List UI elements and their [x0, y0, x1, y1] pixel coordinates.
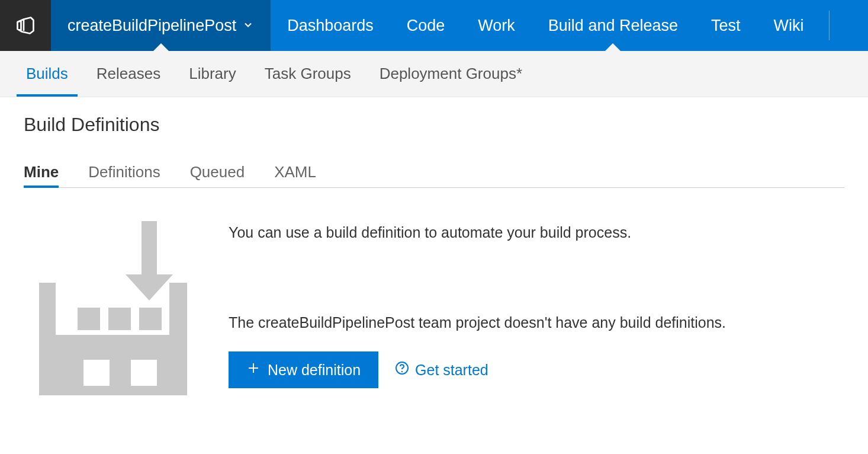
empty-state-text: You can use a build definition to automa…	[229, 218, 844, 388]
plus-icon	[246, 361, 261, 379]
sub-nav-deployment-groups-label: Deployment Groups*	[380, 65, 522, 83]
vsts-logo[interactable]	[0, 0, 51, 51]
project-name-label: createBuildPipelinePost	[67, 17, 236, 35]
help-icon	[395, 361, 409, 379]
nav-dashboards[interactable]: Dashboards	[271, 0, 390, 51]
nav-work[interactable]: Work	[461, 0, 532, 51]
vsts-logo-icon	[15, 15, 36, 36]
sub-nav-task-groups-label: Task Groups	[265, 65, 351, 83]
nav-divider	[829, 11, 830, 40]
page-title: Build Definitions	[24, 114, 844, 136]
project-selector[interactable]: createBuildPipelinePost	[51, 0, 271, 51]
tab-mine[interactable]: Mine	[24, 157, 59, 187]
get-started-link[interactable]: Get started	[395, 361, 488, 379]
nav-test-label: Test	[711, 17, 741, 35]
chevron-down-icon	[242, 17, 254, 35]
svg-point-8	[401, 371, 403, 372]
sub-nav-builds-label: Builds	[26, 65, 68, 83]
tab-definitions[interactable]: Definitions	[88, 157, 160, 187]
svg-rect-6	[131, 360, 157, 386]
sub-nav-library-label: Library	[189, 65, 236, 83]
page-content: Build Definitions Mine Definitions Queue…	[0, 97, 868, 414]
top-navigation: createBuildPipelinePost Dashboards Code …	[0, 0, 868, 51]
svg-marker-1	[126, 274, 173, 300]
svg-rect-0	[142, 221, 157, 280]
empty-state: You can use a build definition to automa…	[24, 218, 844, 398]
sub-nav-releases[interactable]: Releases	[82, 51, 175, 97]
nav-code[interactable]: Code	[390, 0, 462, 51]
nav-work-label: Work	[478, 17, 515, 35]
button-row: New definition Get started	[229, 351, 844, 388]
sub-nav-library[interactable]: Library	[175, 51, 250, 97]
tab-xaml[interactable]: XAML	[274, 157, 316, 187]
build-illustration-icon	[39, 218, 187, 398]
svg-rect-4	[139, 308, 162, 330]
tab-queued[interactable]: Queued	[190, 157, 245, 187]
get-started-label: Get started	[415, 362, 488, 379]
nav-wiki-label: Wiki	[774, 17, 804, 35]
tab-definitions-label: Definitions	[88, 163, 160, 181]
nav-code-label: Code	[407, 17, 445, 35]
sub-nav-deployment-groups[interactable]: Deployment Groups*	[365, 51, 536, 97]
sub-navigation: Builds Releases Library Task Groups Depl…	[0, 51, 868, 97]
tab-mine-label: Mine	[24, 163, 59, 181]
sub-nav-builds[interactable]: Builds	[12, 51, 82, 97]
new-definition-button[interactable]: New definition	[229, 351, 378, 388]
tab-queued-label: Queued	[190, 163, 245, 181]
nav-test[interactable]: Test	[695, 0, 757, 51]
sub-nav-task-groups[interactable]: Task Groups	[250, 51, 365, 97]
nav-wiki[interactable]: Wiki	[757, 0, 821, 51]
nav-build-release-label: Build and Release	[548, 17, 678, 35]
svg-rect-3	[108, 308, 131, 330]
tab-xaml-label: XAML	[274, 163, 316, 181]
content-tabs: Mine Definitions Queued XAML	[24, 157, 844, 188]
empty-subtext: The createBuildPipelinePost team project…	[229, 314, 844, 331]
sub-nav-releases-label: Releases	[97, 65, 160, 83]
nav-dashboards-label: Dashboards	[287, 17, 374, 35]
nav-build-and-release[interactable]: Build and Release	[532, 0, 695, 51]
new-definition-label: New definition	[268, 362, 361, 379]
svg-rect-5	[83, 360, 110, 386]
empty-description: You can use a build definition to automa…	[229, 222, 844, 243]
svg-rect-2	[78, 308, 100, 330]
